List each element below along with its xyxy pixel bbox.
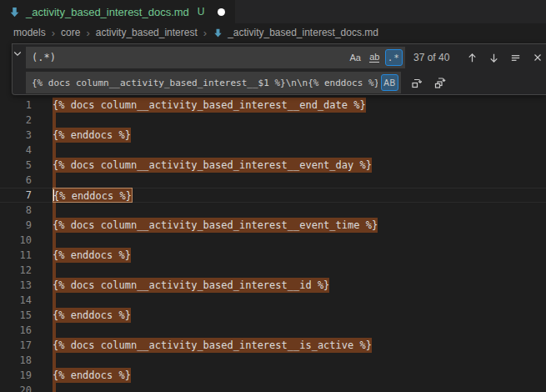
line-content[interactable]: {% enddocs %} [38, 248, 546, 263]
code-line: 12 [0, 263, 546, 278]
line-number[interactable]: 19 [0, 368, 38, 383]
breadcrumb-item-activity-based-interest[interactable]: activity_based_interest [96, 27, 198, 38]
line-number[interactable]: 13 [0, 278, 38, 293]
replace-button[interactable] [408, 74, 425, 92]
line-number[interactable]: 9 [0, 218, 38, 233]
find-match-highlight: {% enddocs %} [53, 308, 131, 323]
line-content[interactable]: {% docs column__activity_based_interest_… [38, 158, 546, 173]
line-number[interactable]: 2 [0, 113, 38, 128]
regex-icon: .* [388, 53, 400, 63]
line-content[interactable] [38, 263, 546, 278]
line-number[interactable]: 16 [0, 323, 38, 338]
preserve-case-icon: AB [383, 78, 395, 88]
regex-toggle[interactable]: .* [385, 49, 403, 66]
line-number[interactable]: 15 [0, 308, 38, 323]
replace-input[interactable] [26, 72, 401, 93]
find-in-selection-icon [509, 52, 522, 64]
active-tab[interactable]: _activity_based_interest_docs.md U [0, 0, 235, 23]
code-line: 19{% enddocs %} [0, 368, 546, 383]
line-number[interactable]: 20 [0, 383, 38, 392]
code-line: 15{% enddocs %} [0, 308, 546, 323]
line-number[interactable]: 17 [0, 338, 38, 353]
code-line: 3{% enddocs %} [0, 128, 546, 143]
text-cursor [53, 189, 54, 201]
git-status-badge: U [198, 6, 205, 18]
find-match-highlight: {% docs column__activity_based_interest_… [53, 278, 329, 293]
close-icon [532, 52, 543, 63]
previous-match-button[interactable] [463, 49, 481, 67]
find-nav-buttons [463, 49, 546, 67]
find-match-highlight: {% docs column__activity_based_interest_… [53, 218, 378, 233]
code-line: 20 [0, 383, 546, 392]
find-match-highlight [53, 323, 56, 338]
line-number[interactable]: 1 [0, 98, 38, 113]
line-content[interactable] [38, 293, 546, 308]
find-match-highlight: {% docs column__activity_based_interest_… [53, 158, 372, 173]
close-find-button[interactable] [528, 49, 546, 67]
replace-all-button[interactable] [431, 74, 448, 92]
line-content[interactable]: {% enddocs %} [38, 368, 546, 383]
find-match-highlight [53, 113, 56, 128]
match-case-icon: Aa [350, 53, 361, 63]
line-content[interactable]: {% enddocs %} [38, 188, 546, 203]
find-replace-widget: Aa ab .* 37 of 40 [12, 43, 546, 95]
breadcrumb-item-core[interactable]: core [61, 27, 80, 38]
code-line: 10 [0, 233, 546, 248]
replace-all-icon [433, 76, 447, 89]
code-line: 8 [0, 203, 546, 218]
breadcrumb-item-file[interactable]: _activity_based_interest_docs.md [213, 27, 378, 38]
line-content[interactable]: {% docs column__activity_based_interest_… [38, 338, 546, 353]
breadcrumb-item-models[interactable]: models [13, 27, 46, 38]
whole-word-toggle[interactable]: ab [366, 49, 383, 66]
line-content[interactable]: {% docs column__activity_based_interest_… [38, 98, 546, 113]
line-content[interactable] [38, 173, 546, 188]
find-match-highlight [53, 263, 56, 278]
line-number[interactable]: 11 [0, 248, 38, 263]
line-number[interactable]: 3 [0, 128, 38, 143]
code-line: 13{% docs column__activity_based_interes… [0, 278, 546, 293]
replace-icon [410, 76, 423, 89]
markdown-icon [8, 6, 21, 18]
line-number[interactable]: 10 [0, 233, 38, 248]
line-content[interactable] [38, 353, 546, 368]
arrow-up-icon [466, 52, 478, 64]
line-content[interactable] [38, 323, 546, 338]
line-content[interactable]: {% docs column__activity_based_interest_… [38, 218, 546, 233]
preserve-case-toggle[interactable]: AB [381, 74, 398, 91]
line-content[interactable]: {% docs column__activity_based_interest_… [38, 278, 546, 293]
line-number[interactable]: 5 [0, 158, 38, 173]
line-number[interactable]: 18 [0, 353, 38, 368]
line-number[interactable]: 6 [0, 173, 38, 188]
find-widget-fields: Aa ab .* 37 of 40 [23, 44, 546, 94]
line-number[interactable]: 4 [0, 143, 38, 158]
line-content[interactable]: {% enddocs %} [38, 308, 546, 323]
find-input-wrap: Aa ab .* [26, 47, 405, 68]
line-content[interactable] [38, 383, 546, 392]
line-number[interactable]: 7 [0, 188, 38, 203]
line-content[interactable] [38, 113, 546, 128]
match-case-toggle[interactable]: Aa [347, 49, 364, 66]
line-content[interactable]: {% enddocs %} [38, 128, 546, 143]
next-match-button[interactable] [485, 49, 503, 67]
find-match-highlight: {% enddocs %} [53, 368, 131, 383]
chevron-right-icon: › [52, 27, 55, 39]
line-number[interactable]: 14 [0, 293, 38, 308]
replace-toggles: AB [381, 74, 398, 91]
find-match-highlight [53, 353, 56, 368]
line-content[interactable] [38, 203, 546, 218]
replace-actions [408, 74, 448, 92]
code-line: 1{% docs column__activity_based_interest… [0, 98, 546, 113]
find-match-highlight [53, 143, 56, 158]
tab-bar: _activity_based_interest_docs.md U [0, 0, 546, 23]
find-match-highlight: {% enddocs %} [53, 248, 131, 263]
match-count: 37 of 40 [413, 52, 460, 63]
line-number[interactable]: 12 [0, 263, 38, 278]
code-line: 7{% enddocs %} [0, 188, 546, 203]
line-number[interactable]: 8 [0, 203, 38, 218]
line-content[interactable] [38, 143, 546, 158]
replace-row: AB [26, 72, 546, 93]
line-content[interactable] [38, 233, 546, 248]
find-in-selection-button[interactable] [507, 49, 524, 67]
unsaved-dot-icon[interactable] [218, 8, 225, 16]
toggle-replace-button[interactable] [13, 44, 23, 62]
